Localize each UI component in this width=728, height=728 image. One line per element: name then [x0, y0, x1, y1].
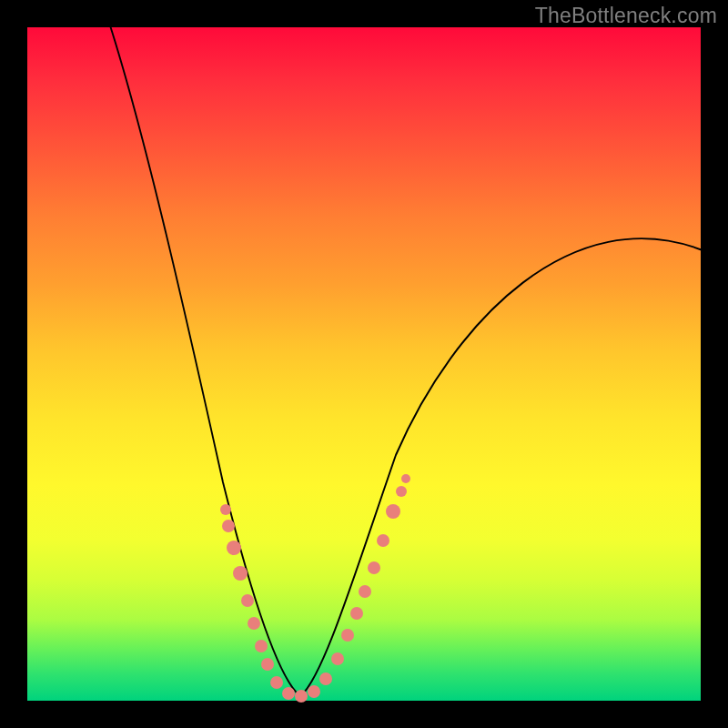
data-dot	[248, 617, 260, 630]
data-dot	[386, 504, 400, 519]
data-dot	[341, 629, 354, 642]
data-dot	[368, 561, 380, 574]
chart-frame: TheBottleneck.com	[0, 0, 728, 728]
bottleneck-curve	[109, 23, 703, 696]
data-dot	[295, 690, 308, 703]
data-dot	[350, 607, 363, 620]
data-dot	[227, 541, 241, 555]
data-dot	[377, 534, 389, 547]
data-dot	[261, 658, 274, 671]
watermark-text: TheBottleneck.com	[535, 4, 717, 28]
data-dot	[396, 486, 407, 497]
data-dot	[255, 640, 268, 652]
data-dot	[282, 687, 295, 700]
data-dot	[319, 672, 332, 685]
curve-svg	[27, 27, 701, 701]
data-dot	[222, 520, 235, 532]
plot-area	[27, 27, 701, 701]
data-dot	[359, 585, 371, 598]
data-dot	[220, 504, 231, 515]
data-dot	[308, 685, 320, 698]
data-dot	[331, 652, 344, 665]
dot-layer	[220, 474, 410, 703]
data-dot	[233, 566, 248, 581]
data-dot	[241, 594, 254, 607]
data-dot	[401, 474, 410, 483]
data-dot	[270, 676, 283, 689]
